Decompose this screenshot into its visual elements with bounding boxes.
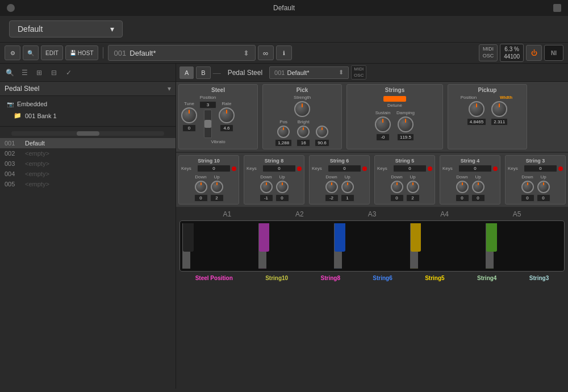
steel-title: Steel (211, 87, 225, 93)
strings-panel: Strings Detune Sustain -0 Damping 119.5 (346, 84, 443, 149)
octave-block-3[interactable] (334, 223, 410, 269)
keyboard[interactable] (179, 220, 565, 272)
key-as1[interactable] (189, 223, 193, 252)
plugin-preset-num: 001 (274, 69, 285, 76)
pickup-width-label: Width (488, 95, 524, 100)
tune-knob[interactable] (181, 107, 197, 123)
key-as4[interactable] (416, 223, 421, 252)
pickup-panel: Pickup Position Width 4.8465 2.311 (448, 84, 527, 149)
percent-line1: 6.3 % (504, 45, 520, 53)
traffic-light-icon[interactable] (7, 4, 15, 12)
link-button[interactable]: ∞ (258, 45, 274, 60)
string5-red-dot (428, 166, 432, 171)
legend-string4: String4 (477, 275, 496, 281)
preset-item-002[interactable]: 002 <empty> (0, 148, 176, 159)
sidebar-check-button[interactable]: ✓ (62, 66, 75, 79)
tab-a[interactable]: A (179, 66, 194, 79)
strength-knob[interactable] (294, 101, 310, 117)
key-as2[interactable] (265, 223, 269, 252)
edit-button[interactable]: EDIT (41, 45, 63, 60)
key-as3[interactable] (341, 223, 345, 252)
octave-block-4[interactable] (410, 223, 486, 269)
position-group: Position 3 (199, 95, 216, 138)
octave-a4: A4 (440, 210, 449, 218)
sidebar-split-button[interactable]: ⊟ (48, 66, 60, 79)
string5-up-knob[interactable] (407, 181, 419, 193)
octave-block-2[interactable] (258, 223, 335, 269)
string3-keys-label: Keys (508, 166, 524, 171)
string8-down-knob[interactable] (260, 181, 273, 193)
preset-item-001[interactable]: 001 Default (0, 138, 176, 148)
string4-keys-label: Keys (442, 166, 458, 171)
position-slider[interactable] (204, 110, 212, 138)
bright-knob[interactable] (297, 126, 310, 138)
pickup-pos-group: 4.8465 (467, 101, 486, 126)
string10-keys-row: Keys 0 (181, 165, 236, 172)
string6-keys-row: Keys 0 (312, 165, 367, 172)
octave-block-1[interactable] (182, 223, 258, 269)
power-button[interactable]: ⏻ (526, 45, 542, 61)
string-panel-3: String 3 Keys 0 Down 0 Up (505, 155, 566, 205)
string3-down-label: Down (521, 174, 533, 180)
string4-up-knob[interactable] (472, 181, 485, 193)
close-icon[interactable] (553, 4, 561, 12)
preset-item-004[interactable]: 004 <empty> (0, 169, 176, 179)
string6-knobs: Down -2 Up 1 (312, 174, 367, 202)
ni-badge: NI (544, 45, 563, 61)
octave-block-5[interactable] (486, 223, 562, 269)
search-button[interactable]: 🔍 (23, 45, 39, 60)
host-button[interactable]: 💾 HOST (65, 45, 98, 60)
string8-up-knob[interactable] (276, 181, 289, 193)
string8-up-label: Up (279, 174, 285, 180)
legend-steel-position: Steel Position (195, 275, 233, 281)
string6-down-knob[interactable] (325, 181, 338, 193)
string5-down-knob[interactable] (391, 181, 403, 193)
string3-title: String 3 (508, 158, 563, 164)
pos-label: Pos (279, 119, 287, 124)
preset-num-001: 001 (5, 140, 20, 147)
damping-knob[interactable] (398, 116, 414, 132)
toolbar-preset[interactable]: 001 Default* ⬍ (108, 45, 256, 61)
plugin-preset[interactable]: 001 Default* ⬍ (269, 66, 349, 79)
rate-knob[interactable] (219, 107, 235, 123)
pickup-pos-knob[interactable] (469, 101, 485, 117)
logo-button[interactable]: ⚙ (5, 45, 20, 60)
sidebar-scrollbar[interactable] (11, 131, 164, 136)
damping-label: Damping (396, 110, 415, 115)
string3-down-knob[interactable] (521, 181, 534, 193)
string10-down-knob[interactable] (195, 181, 207, 193)
instrument-name: Pedal Steel (5, 85, 39, 93)
pickup-width-knob[interactable] (491, 101, 507, 117)
detune-label: Detune (387, 103, 402, 108)
pos-knob[interactable] (277, 126, 290, 138)
string6-up-knob[interactable] (341, 181, 354, 193)
sidebar-grid-button[interactable]: ⊞ (33, 66, 45, 79)
sustain-knob[interactable] (375, 116, 391, 132)
embedded-item[interactable]: 📷 Embedded (0, 98, 176, 110)
string4-down-group: Down 0 (456, 174, 469, 202)
preset-item-005[interactable]: 005 <empty> (0, 179, 176, 189)
info-button[interactable]: ℹ (276, 45, 292, 60)
key-as5[interactable] (492, 223, 497, 252)
string6-title: String 6 (312, 158, 367, 164)
string4-knobs: Down 0 Up 0 (442, 174, 498, 202)
string4-down-knob[interactable] (456, 181, 469, 193)
preset-dropdown[interactable]: Default ▾ (9, 20, 123, 37)
preset-name-004: <empty> (25, 170, 49, 177)
plugin-midi-osc: MIDI OSC (351, 65, 366, 80)
preset-num-002: 002 (5, 150, 20, 157)
string10-up-knob[interactable] (211, 181, 223, 193)
legend-string8: String8 (321, 275, 340, 281)
string3-up-knob[interactable] (537, 181, 550, 193)
bank-item[interactable]: 📁 001 Bank 1 (0, 110, 176, 122)
sidebar-list-button[interactable]: ☰ (18, 66, 31, 79)
tab-b[interactable]: B (196, 66, 210, 79)
preset-item-003[interactable]: 003 <empty> (0, 159, 176, 169)
string4-title: String 4 (442, 158, 498, 164)
sidebar-search-button[interactable]: 🔍 (3, 66, 16, 79)
midi-osc-display: MIDI OSC (479, 44, 498, 61)
preset-dropdown-label: Default (18, 24, 43, 34)
octave-a3: A3 (368, 210, 377, 218)
string8-knobs: Down -1 Up 0 (247, 174, 302, 202)
bright2-knob[interactable] (316, 126, 328, 138)
